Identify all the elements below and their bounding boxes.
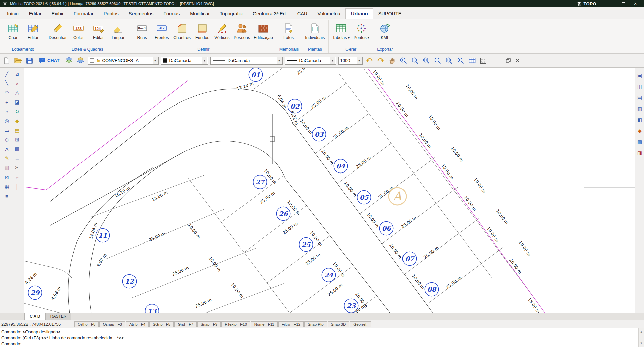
ribbon-button[interactable]: Desenhar ▾ [47, 21, 68, 40]
side-tool-icon[interactable]: ◆ [638, 127, 642, 135]
ribbon-button[interactable]: 123 Cotar ▾ [69, 21, 88, 40]
cad-tool-icon[interactable]: ╱ [2, 70, 12, 78]
status-toggle-button[interactable]: SGrip - F5 [149, 321, 174, 327]
zoom-out-button[interactable] [433, 56, 442, 65]
save-button[interactable] [25, 56, 34, 65]
ribbon-button[interactable]: 124 Editar ▾ [89, 21, 108, 40]
menu-tab[interactable]: Formatar [69, 9, 99, 19]
ribbon-button[interactable]: Chanfros ▾ [172, 21, 192, 40]
cad-tool-icon[interactable]: × [12, 79, 22, 88]
menu-tab[interactable]: Pontos [99, 9, 124, 19]
ribbon-button[interactable]: Vértices ▾ [213, 21, 231, 40]
menu-tab[interactable]: Editar [24, 9, 47, 19]
command-scrollbar[interactable]: ▲ ▼ [638, 328, 644, 347]
menu-tab[interactable]: Topografia [215, 9, 248, 19]
side-tool-icon[interactable]: ◨ [637, 149, 642, 157]
status-toggle-button[interactable]: Snap - F9 [197, 321, 221, 327]
zoom-in-button[interactable] [399, 56, 408, 65]
side-tool-icon[interactable]: ◫ [637, 82, 642, 91]
status-toggle-button[interactable]: Filtro - F12 [278, 321, 304, 327]
cad-tool-icon[interactable]: — [12, 192, 22, 200]
ribbon-button[interactable]: Editar ▾ [23, 21, 42, 40]
ribbon-button[interactable]: Edificação ▾ [252, 21, 274, 40]
ribbon-button[interactable]: Fundos ▾ [193, 21, 212, 40]
ribbon-button[interactable]: Rua 1 Ruas ▾ [132, 21, 151, 40]
side-tool-icon[interactable]: ▧ [637, 138, 642, 146]
layers-manager-button[interactable] [65, 56, 74, 65]
cad-tool-icon[interactable]: + [2, 98, 12, 107]
status-toggle-button[interactable]: Snap Pto [304, 321, 327, 327]
chat-button[interactable]: CHAT [36, 57, 62, 65]
cad-tool-icon[interactable]: ◇ [2, 135, 12, 144]
status-toggle-button[interactable]: Osnap - F3 [99, 321, 125, 327]
cad-tool-icon[interactable]: ▤ [12, 126, 22, 135]
cad-tool-icon[interactable]: ≡ [2, 192, 12, 200]
menu-tab[interactable]: CAR [292, 9, 313, 19]
status-toggle-button[interactable]: Georref. [350, 321, 371, 327]
scale-select[interactable]: 1000 ▾ [338, 57, 363, 65]
menu-tab[interactable]: Volumetria [312, 9, 345, 19]
sheet-tab[interactable]: C A D [24, 313, 45, 320]
side-tool-icon[interactable]: ◧ [637, 116, 642, 124]
side-tool-icon[interactable]: ▣ [637, 71, 642, 80]
linetype-select[interactable]: DaCamada ▾ [210, 57, 283, 65]
cad-tool-icon[interactable]: ◠ [2, 88, 12, 97]
pan-button[interactable] [388, 56, 397, 65]
cad-tool-icon[interactable]: A [2, 145, 12, 153]
ribbon-button[interactable]: KML ▾ [376, 21, 394, 40]
side-tool-icon[interactable]: ▤ [637, 93, 642, 102]
cad-tool-icon[interactable]: ⊿ [12, 70, 22, 78]
undo-button[interactable] [365, 56, 374, 65]
zoom-extents-button[interactable] [445, 56, 454, 65]
redo-button[interactable] [376, 56, 385, 65]
cad-tool-icon[interactable]: ◎ [2, 117, 12, 125]
menu-tab[interactable]: Segmentos [124, 9, 158, 19]
lineweight-select[interactable]: DaCamada ▾ [285, 57, 336, 65]
cad-tool-icon[interactable]: ⌐ [12, 173, 22, 182]
cad-tool-icon[interactable]: ↻ [12, 107, 22, 116]
ribbon-button[interactable]: Limpar ▾ [109, 21, 127, 40]
cad-tool-icon[interactable]: ◪ [12, 98, 22, 107]
layer-select[interactable]: CONVENCOES_A ▾ [88, 57, 159, 65]
zoom-window-button[interactable] [422, 56, 431, 65]
table-view-button[interactable] [468, 56, 477, 65]
color-select[interactable]: DaCamada ▾ [161, 57, 208, 65]
status-toggle-button[interactable]: Snap 3D [328, 321, 350, 327]
status-toggle-button[interactable]: RTexto - F10 [221, 321, 250, 327]
cad-tool-icon[interactable]: ▧ [2, 163, 12, 172]
ribbon-button[interactable]: Tabelas ▾ [331, 21, 351, 40]
menu-tab[interactable]: Formas [158, 9, 185, 19]
zoom-previous-button[interactable] [456, 56, 465, 65]
close-button[interactable]: × [629, 1, 641, 6]
doc-restore-button[interactable] [505, 58, 511, 63]
cad-tool-icon[interactable]: ▭ [2, 126, 12, 135]
layer-states-button[interactable] [76, 56, 85, 65]
status-toggle-button[interactable]: Nome - F11 [251, 321, 278, 327]
maximize-button[interactable] [617, 1, 629, 6]
ribbon-button[interactable]: Criar ▾ [4, 21, 22, 40]
cad-tool-icon[interactable]: ▦ [2, 182, 12, 191]
ribbon-button[interactable]: Individuais ▾ [304, 21, 326, 40]
status-toggle-button[interactable]: Ortho - F8 [74, 321, 99, 327]
minimize-button[interactable]: — [605, 1, 617, 6]
cad-tool-icon[interactable]: ✂ [12, 163, 22, 172]
menu-tab[interactable]: GeoIncra 3ª Ed. [248, 9, 292, 19]
cad-tool-icon[interactable]: ⊞ [12, 135, 22, 144]
status-toggle-button[interactable]: Atrib - F4 [126, 321, 149, 327]
status-toggle-button[interactable]: Grid - F7 [174, 321, 196, 327]
drawing-canvas[interactable]: 12,10 m6,06 m4,02 m25,810,00 m10,00 m10,… [24, 68, 635, 313]
doc-minimize-button[interactable] [496, 58, 502, 63]
open-file-button[interactable] [13, 56, 22, 65]
cad-tool-icon[interactable]: ◆ [12, 117, 22, 125]
cad-tool-icon[interactable]: ╲ [2, 79, 12, 88]
scroll-down-icon[interactable]: ▼ [640, 340, 643, 346]
cad-tool-icon[interactable]: ⊠ [2, 173, 12, 182]
menu-tab[interactable]: Urbano [345, 8, 373, 19]
menu-tab[interactable]: Exibir [47, 9, 69, 19]
sheet-tab[interactable]: RASTER [45, 313, 72, 320]
side-tool-icon[interactable]: ▥ [637, 105, 642, 113]
ribbon-button[interactable]: 312 Frentes ▾ [152, 21, 171, 40]
cad-tool-icon[interactable]: ▨ [12, 145, 22, 153]
cad-tool-icon[interactable]: ≣ [12, 154, 22, 163]
fullscreen-button[interactable] [479, 56, 488, 65]
